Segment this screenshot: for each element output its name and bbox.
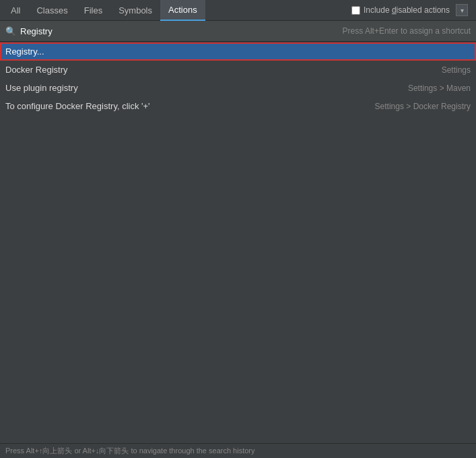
result-label-2: Use plugin registry [5,83,78,93]
tab-files[interactable]: Files [76,0,110,21]
result-row-3[interactable]: To configure Docker Registry, click '+' … [0,97,476,115]
include-disabled-checkbox[interactable] [351,6,360,15]
result-path-1: Settings [442,65,471,75]
result-path-3: Settings > Docker Registry [375,102,471,111]
result-row-2[interactable]: Use plugin registry Settings > Maven [0,79,476,97]
content-area: Registry... Docker Registry Settings Use… [0,42,476,443]
tab-all[interactable]: All [3,0,28,21]
tab-symbols[interactable]: Symbols [110,0,160,21]
result-path-2: Settings > Maven [408,84,471,93]
result-label-1: Docker Registry [5,65,67,75]
search-input[interactable] [20,26,343,36]
settings-icon-btn[interactable]: ▾ [456,4,468,16]
result-label-3: To configure Docker Registry, click '+' [5,101,150,111]
result-row-0[interactable]: Registry... [0,42,476,61]
status-bar: Press Alt+↑向上箭头 or Alt+↓向下箭头 to navigate… [0,443,476,458]
tab-bar: All Classes Files Symbols Actions Includ… [0,0,476,21]
search-bar: 🔍 Press Alt+Enter to assign a shortcut [0,21,476,42]
include-disabled-label: Include disabled actions [364,5,450,15]
result-label-0: Registry... [5,46,44,57]
include-disabled-underline: d [392,5,397,15]
tab-classes[interactable]: Classes [28,0,75,21]
include-disabled-container: Include disabled actions ▾ [351,4,473,16]
result-row-1[interactable]: Docker Registry Settings [0,61,476,79]
search-icon: 🔍 [5,26,16,36]
shortcut-hint: Press Alt+Enter to assign a shortcut [343,26,471,36]
status-bar-text: Press Alt+↑向上箭头 or Alt+↓向下箭头 to navigate… [5,446,255,456]
tab-actions[interactable]: Actions [160,0,205,21]
